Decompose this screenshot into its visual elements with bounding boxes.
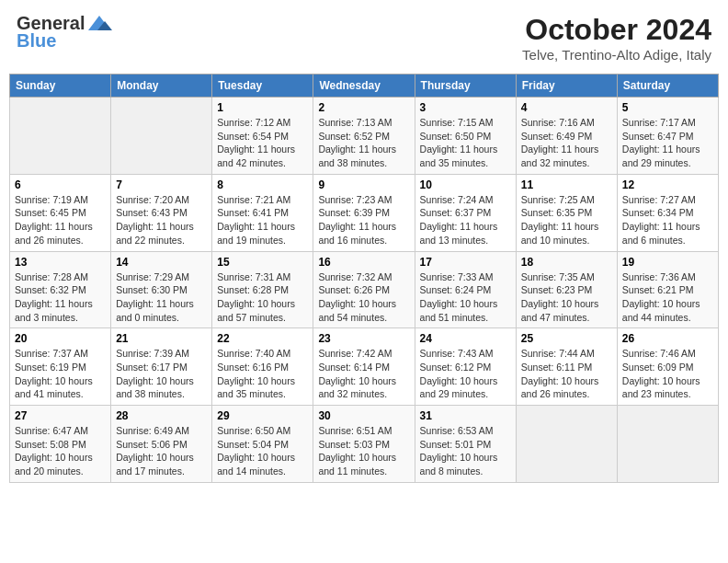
calendar-cell: 13Sunrise: 7:28 AMSunset: 6:32 PMDayligh…	[10, 251, 111, 328]
day-info: Sunrise: 7:36 AMSunset: 6:21 PMDaylight:…	[622, 270, 713, 325]
day-info: Sunrise: 6:49 AMSunset: 5:06 PMDaylight:…	[116, 424, 207, 478]
title-block: October 2024 Telve, Trentino-Alto Adige,…	[522, 13, 711, 63]
day-number: 21	[116, 332, 207, 345]
day-info: Sunrise: 7:46 AMSunset: 6:09 PMDaylight:…	[622, 347, 713, 401]
day-info: Sunrise: 6:47 AMSunset: 5:08 PMDaylight:…	[15, 424, 106, 478]
day-number: 25	[521, 332, 612, 345]
calendar-cell: 11Sunrise: 7:25 AMSunset: 6:35 PMDayligh…	[516, 174, 617, 251]
day-info: Sunrise: 7:37 AMSunset: 6:19 PMDaylight:…	[15, 347, 106, 401]
location-title: Telve, Trentino-Alto Adige, Italy	[522, 47, 711, 63]
day-info: Sunrise: 7:13 AMSunset: 6:52 PMDaylight:…	[318, 116, 409, 170]
day-info: Sunrise: 7:21 AMSunset: 6:41 PMDaylight:…	[217, 193, 308, 247]
day-number: 16	[318, 256, 409, 269]
calendar-week-row: 27Sunrise: 6:47 AMSunset: 5:08 PMDayligh…	[10, 406, 719, 483]
day-info: Sunrise: 7:17 AMSunset: 6:47 PMDaylight:…	[622, 116, 713, 170]
logo: General Blue	[17, 13, 114, 52]
day-info: Sunrise: 7:25 AMSunset: 6:35 PMDaylight:…	[521, 193, 612, 247]
calendar-cell: 5Sunrise: 7:17 AMSunset: 6:47 PMDaylight…	[617, 98, 718, 175]
day-number: 19	[622, 256, 713, 269]
day-number: 3	[420, 101, 511, 114]
day-number: 27	[15, 409, 106, 422]
calendar-cell: 12Sunrise: 7:27 AMSunset: 6:34 PMDayligh…	[617, 174, 718, 251]
calendar-cell: 21Sunrise: 7:39 AMSunset: 6:17 PMDayligh…	[111, 328, 212, 406]
day-info: Sunrise: 7:32 AMSunset: 6:26 PMDaylight:…	[318, 270, 409, 325]
calendar-cell: 10Sunrise: 7:24 AMSunset: 6:37 PMDayligh…	[415, 174, 516, 251]
day-number: 17	[420, 256, 511, 269]
calendar-table: SundayMondayTuesdayWednesdayThursdayFrid…	[9, 74, 719, 483]
day-number: 11	[521, 178, 612, 191]
calendar-week-row: 20Sunrise: 7:37 AMSunset: 6:19 PMDayligh…	[10, 328, 719, 406]
calendar-cell: 27Sunrise: 6:47 AMSunset: 5:08 PMDayligh…	[10, 406, 111, 483]
day-number: 26	[622, 332, 713, 345]
day-info: Sunrise: 7:42 AMSunset: 6:14 PMDaylight:…	[318, 347, 409, 401]
day-number: 24	[420, 332, 511, 345]
calendar-cell	[516, 406, 617, 483]
calendar-cell: 23Sunrise: 7:42 AMSunset: 6:14 PMDayligh…	[313, 328, 415, 406]
day-info: Sunrise: 7:33 AMSunset: 6:24 PMDaylight:…	[420, 270, 511, 325]
calendar-cell: 9Sunrise: 7:23 AMSunset: 6:39 PMDaylight…	[313, 174, 415, 251]
day-info: Sunrise: 7:24 AMSunset: 6:37 PMDaylight:…	[420, 193, 511, 247]
calendar-cell: 28Sunrise: 6:49 AMSunset: 5:06 PMDayligh…	[111, 406, 212, 483]
day-number: 31	[420, 409, 511, 422]
calendar-cell: 14Sunrise: 7:29 AMSunset: 6:30 PMDayligh…	[111, 251, 212, 328]
logo-text-blue: Blue	[17, 30, 56, 52]
day-info: Sunrise: 7:19 AMSunset: 6:45 PMDaylight:…	[15, 193, 106, 247]
day-info: Sunrise: 7:44 AMSunset: 6:11 PMDaylight:…	[521, 347, 612, 401]
calendar-cell: 6Sunrise: 7:19 AMSunset: 6:45 PMDaylight…	[10, 174, 111, 251]
day-number: 22	[217, 332, 308, 345]
calendar-cell: 26Sunrise: 7:46 AMSunset: 6:09 PMDayligh…	[617, 328, 718, 406]
day-info: Sunrise: 6:50 AMSunset: 5:04 PMDaylight:…	[217, 424, 308, 478]
month-title: October 2024	[522, 13, 711, 47]
day-number: 13	[15, 256, 106, 269]
calendar-cell: 1Sunrise: 7:12 AMSunset: 6:54 PMDaylight…	[212, 98, 313, 175]
calendar-cell	[617, 406, 718, 483]
day-info: Sunrise: 7:28 AMSunset: 6:32 PMDaylight:…	[15, 270, 106, 325]
calendar-cell	[10, 98, 111, 175]
calendar-cell: 7Sunrise: 7:20 AMSunset: 6:43 PMDaylight…	[111, 174, 212, 251]
calendar-cell: 20Sunrise: 7:37 AMSunset: 6:19 PMDayligh…	[10, 328, 111, 406]
calendar-header-saturday: Saturday	[617, 75, 718, 98]
day-info: Sunrise: 7:20 AMSunset: 6:43 PMDaylight:…	[116, 193, 207, 247]
calendar-cell: 25Sunrise: 7:44 AMSunset: 6:11 PMDayligh…	[516, 328, 617, 406]
day-info: Sunrise: 7:16 AMSunset: 6:49 PMDaylight:…	[521, 116, 612, 170]
day-info: Sunrise: 6:51 AMSunset: 5:03 PMDaylight:…	[318, 424, 409, 478]
calendar-header-tuesday: Tuesday	[212, 75, 313, 98]
day-number: 15	[217, 256, 308, 269]
day-number: 28	[116, 409, 207, 422]
calendar-cell: 30Sunrise: 6:51 AMSunset: 5:03 PMDayligh…	[313, 406, 415, 483]
day-info: Sunrise: 7:15 AMSunset: 6:50 PMDaylight:…	[420, 116, 511, 170]
calendar-header-friday: Friday	[516, 75, 617, 98]
day-number: 1	[217, 101, 308, 114]
day-info: Sunrise: 7:31 AMSunset: 6:28 PMDaylight:…	[217, 270, 308, 325]
day-number: 5	[622, 101, 713, 114]
calendar-header-monday: Monday	[111, 75, 212, 98]
calendar-cell: 4Sunrise: 7:16 AMSunset: 6:49 PMDaylight…	[516, 98, 617, 175]
calendar-cell: 29Sunrise: 6:50 AMSunset: 5:04 PMDayligh…	[212, 406, 313, 483]
calendar-week-row: 1Sunrise: 7:12 AMSunset: 6:54 PMDaylight…	[10, 98, 719, 175]
page-header: General Blue October 2024 Telve, Trentin…	[9, 9, 719, 66]
day-number: 8	[217, 178, 308, 191]
calendar-cell: 31Sunrise: 6:53 AMSunset: 5:01 PMDayligh…	[415, 406, 516, 483]
day-number: 30	[318, 409, 409, 422]
day-number: 29	[217, 409, 308, 422]
day-number: 20	[15, 332, 106, 345]
calendar-cell: 19Sunrise: 7:36 AMSunset: 6:21 PMDayligh…	[617, 251, 718, 328]
calendar-cell: 24Sunrise: 7:43 AMSunset: 6:12 PMDayligh…	[415, 328, 516, 406]
day-info: Sunrise: 7:23 AMSunset: 6:39 PMDaylight:…	[318, 193, 409, 247]
logo-icon	[86, 14, 112, 34]
calendar-header-sunday: Sunday	[10, 75, 111, 98]
day-number: 23	[318, 332, 409, 345]
day-info: Sunrise: 7:39 AMSunset: 6:17 PMDaylight:…	[116, 347, 207, 401]
calendar-cell: 3Sunrise: 7:15 AMSunset: 6:50 PMDaylight…	[415, 98, 516, 175]
day-info: Sunrise: 7:43 AMSunset: 6:12 PMDaylight:…	[420, 347, 511, 401]
calendar-cell: 15Sunrise: 7:31 AMSunset: 6:28 PMDayligh…	[212, 251, 313, 328]
day-info: Sunrise: 7:12 AMSunset: 6:54 PMDaylight:…	[217, 116, 308, 170]
calendar-cell: 8Sunrise: 7:21 AMSunset: 6:41 PMDaylight…	[212, 174, 313, 251]
day-number: 6	[15, 178, 106, 191]
calendar-cell: 18Sunrise: 7:35 AMSunset: 6:23 PMDayligh…	[516, 251, 617, 328]
day-number: 14	[116, 256, 207, 269]
day-number: 4	[521, 101, 612, 114]
day-number: 9	[318, 178, 409, 191]
calendar-week-row: 6Sunrise: 7:19 AMSunset: 6:45 PMDaylight…	[10, 174, 719, 251]
calendar-cell: 16Sunrise: 7:32 AMSunset: 6:26 PMDayligh…	[313, 251, 415, 328]
